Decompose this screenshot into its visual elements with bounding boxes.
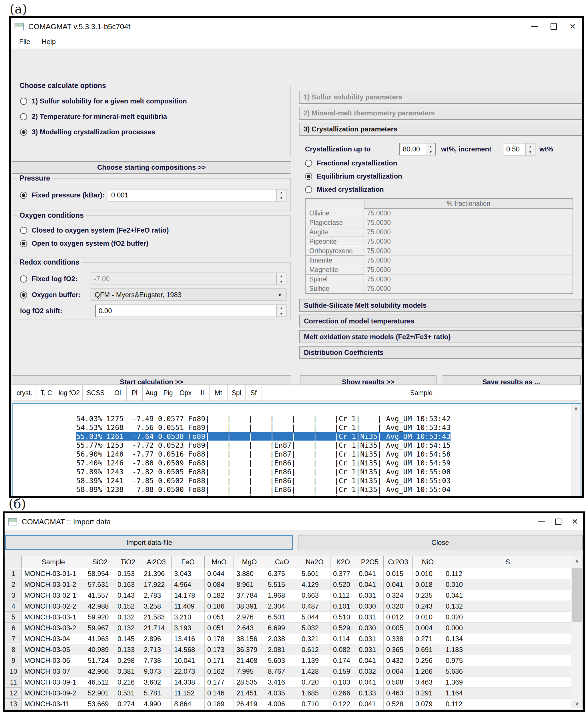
model-button[interactable]: Melt oxidation state models (Fe2+/Fe3+ r… — [299, 330, 582, 343]
parameter-section-header[interactable]: 2) Mineral-melt thermometry parameters — [299, 107, 582, 120]
import-table-row[interactable]: 12 MONCH-03-09-2 52.901 0.531 5.781 11.1… — [5, 688, 583, 698]
spin-down-icon[interactable]: ▼ — [277, 195, 286, 201]
row-number-cell[interactable]: 2 — [5, 579, 22, 590]
crystallization-mode-radio[interactable]: Mixed crystallization — [305, 185, 402, 194]
row-number-cell[interactable]: 8 — [5, 644, 22, 655]
import-table-row[interactable]: 10 MONCH-03-07 42.966 0.381 9.073 22.073… — [5, 666, 583, 677]
cryst-up-to-spinner[interactable]: 80.00 ▲ ▼ — [399, 143, 436, 155]
oxygen-option-radio[interactable]: Open to oxygen system (fO2 buffer) — [20, 239, 290, 248]
spin-up-icon[interactable]: ▲ — [277, 190, 286, 195]
import-data-file-button[interactable]: Import data-file — [5, 535, 293, 550]
crystallization-mode-radio[interactable]: Fractional crystallization — [305, 158, 402, 168]
mineral-name-cell[interactable]: Plagioclase — [306, 218, 364, 228]
cryst-up-to-value[interactable]: 80.00 — [400, 144, 426, 155]
import-table-row[interactable]: 1 MONCH-03-01-1 58.954 0.153 21.396 3.04… — [5, 568, 583, 579]
spin-up-icon[interactable]: ▲ — [526, 144, 535, 149]
spinner-arrows[interactable]: ▲ ▼ — [525, 144, 535, 155]
mineral-name-cell[interactable]: Magnetite — [306, 265, 364, 275]
spin-down-icon[interactable]: ▼ — [277, 311, 286, 317]
crystallization-mode-radio[interactable]: Equilibrium crystallization — [305, 171, 402, 181]
spinner-arrows[interactable]: ▲ ▼ — [426, 144, 435, 155]
choose-compositions-button[interactable]: Choose starting compositions >> — [12, 161, 291, 174]
fractionation-value-cell[interactable]: 75.0000 — [364, 218, 572, 228]
maximize-button[interactable] — [544, 18, 563, 35]
row-number-cell[interactable]: 10 — [5, 666, 22, 677]
import-table-row[interactable]: 5 MONCH-03-03-1 59.920 0.132 21.583 3.21… — [5, 612, 583, 623]
fractionation-value-cell[interactable]: 75.0000 — [364, 246, 572, 256]
results-scrollbar[interactable]: ∧ ∨ — [571, 404, 581, 498]
fixed-logfo2-radio[interactable] — [20, 276, 27, 283]
spin-up-icon[interactable]: ▲ — [426, 144, 435, 149]
menu-item[interactable]: File — [14, 38, 36, 46]
import-table-row[interactable]: 4 MONCH-03-02-2 42.988 0.152 3.258 11.40… — [5, 601, 583, 612]
menu-item[interactable]: Help — [36, 38, 61, 46]
logfo2-shift-spinner[interactable]: 0.00 ▲ ▼ — [95, 305, 287, 317]
oxygen-buffer-select[interactable]: QFM - Myers&Eugster, 1983 ▼ — [91, 288, 287, 301]
pressure-value[interactable]: 0.001 — [108, 190, 276, 201]
import-table-row[interactable]: 7 MONCH-03-04 41.963 0.145 2.896 13.416 … — [5, 633, 583, 644]
mineral-name-cell[interactable]: Augite — [306, 228, 364, 237]
mineral-name-cell[interactable]: Pigeonite — [306, 237, 364, 246]
close-button[interactable]: ✕ — [567, 513, 583, 530]
logfo2-shift-value[interactable]: 0.00 — [96, 305, 276, 317]
import-table-row[interactable]: 13 MONCH-03-11 53.669 0.274 4.990 8.864 … — [5, 698, 583, 709]
oxygen-option-radio[interactable]: Closed to oxygen system (Fe2+/FeO ratio) — [20, 225, 290, 235]
maximize-button[interactable] — [550, 513, 567, 530]
row-number-cell[interactable]: 1 — [5, 568, 22, 579]
chevron-down-icon[interactable]: ▼ — [274, 289, 286, 301]
spinner-arrows[interactable]: ▲ ▼ — [276, 190, 286, 201]
model-button[interactable]: Correction of model temperatures — [299, 315, 582, 327]
row-number-cell[interactable]: 13 — [5, 698, 22, 709]
calc-option-radio[interactable]: 2) Temperature for mineral-melt equilibr… — [20, 112, 290, 122]
fractionation-value-cell[interactable]: 75.0000 — [364, 265, 572, 275]
row-number-cell[interactable]: 11 — [5, 677, 22, 688]
mineral-name-cell[interactable]: Olivine — [306, 209, 364, 218]
import-table-row[interactable]: 8 MONCH-03-05 40.989 0.133 2.713 14.568 … — [5, 644, 583, 655]
model-button[interactable]: Sulfide-Silicate Melt solubility models — [299, 299, 582, 312]
import-table-row[interactable]: 2 MONCH-03-01-2 57.631 0.163 17.922 4.96… — [5, 579, 583, 590]
spin-up-icon[interactable]: ▲ — [277, 305, 286, 311]
import-table-row[interactable]: 6 MONCH-03-03-2 59.967 0.132 21.714 3.19… — [5, 623, 583, 633]
close-dialog-button[interactable]: Close — [298, 535, 583, 550]
increment-spinner[interactable]: 0.50 ▲ ▼ — [503, 143, 536, 155]
close-button[interactable]: ✕ — [563, 18, 582, 35]
fractionation-value-cell[interactable]: 75.0000 — [364, 237, 572, 246]
parameter-section-header[interactable]: 3) Crystallization parameters — [299, 123, 582, 136]
row-number-cell[interactable]: 4 — [5, 601, 22, 612]
fractionation-value-cell[interactable]: 75.0000 — [364, 228, 572, 237]
import-table-scrollbar[interactable]: ∧ ∨ — [571, 556, 583, 708]
row-number-cell[interactable]: 6 — [5, 623, 22, 633]
row-number-cell[interactable]: 5 — [5, 612, 22, 623]
minimize-button[interactable] — [525, 18, 544, 35]
calc-option-radio[interactable]: 3) Modelling crystallization processes — [20, 127, 290, 137]
parameter-section-header[interactable]: 1) Sulfur solubility parameters — [299, 91, 582, 104]
calc-option-radio[interactable]: 1) Sulfur solubility for a given melt co… — [20, 96, 290, 106]
row-number-cell[interactable]: 7 — [5, 633, 22, 644]
pressure-spinner[interactable]: 0.001 ▲ ▼ — [108, 189, 287, 201]
mineral-name-cell[interactable]: Sulfide — [306, 284, 364, 294]
import-table-row[interactable]: 9 MONCH-03-06 51.724 0.298 7.738 10.041 … — [5, 655, 583, 666]
row-number-cell[interactable]: 12 — [5, 688, 22, 698]
fractionation-value-cell[interactable]: 75.0000 — [364, 284, 572, 294]
results-list[interactable]: 54.03% 1275 -7.49 0.0577 Fo89| | | | | |… — [12, 403, 582, 498]
fractionation-value-cell[interactable]: 75.0000 — [364, 209, 572, 218]
spin-down-icon[interactable]: ▼ — [526, 149, 535, 155]
mineral-name-cell[interactable]: Orthopyroxene — [306, 246, 364, 256]
row-number-cell[interactable]: 3 — [5, 590, 22, 601]
spin-down-icon[interactable]: ▼ — [426, 149, 435, 155]
results-row[interactable]: 54.03% 1275 -7.49 0.0577 Fo89| | | | | |… — [16, 405, 569, 414]
fractionation-value-cell[interactable]: 75.0000 — [364, 275, 572, 284]
mineral-name-cell[interactable]: Ilmenite — [306, 256, 364, 265]
scroll-up-icon[interactable]: ∧ — [571, 556, 583, 566]
fixed-pressure-radio[interactable] — [20, 192, 27, 199]
mineral-name-cell[interactable]: Spinel — [306, 275, 364, 284]
row-number-cell[interactable]: 9 — [5, 655, 22, 666]
increment-value[interactable]: 0.50 — [503, 144, 525, 155]
scroll-up-icon[interactable]: ∧ — [571, 404, 581, 413]
spinner-arrows[interactable]: ▲ ▼ — [276, 305, 286, 317]
scroll-down-icon[interactable]: ∨ — [571, 698, 583, 708]
model-button[interactable]: Distribution Coefficients — [299, 346, 582, 359]
oxygen-buffer-radio[interactable] — [20, 292, 27, 299]
minimize-button[interactable] — [533, 513, 550, 530]
fractionation-value-cell[interactable]: 75.0000 — [364, 256, 572, 265]
